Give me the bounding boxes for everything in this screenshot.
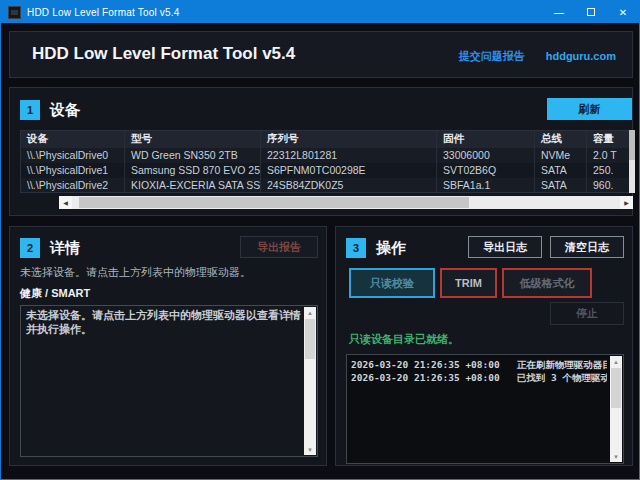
no-selection-text: 未选择设备。请点击上方列表中的物理驱动器。: [20, 265, 251, 280]
health-smart-label: 健康 / SMART: [20, 286, 90, 301]
cell-bus: SATA: [535, 178, 587, 193]
export-log-button[interactable]: 导出日志: [468, 236, 542, 258]
report-issue-link[interactable]: 提交问题报告: [459, 50, 525, 62]
scroll-up-icon[interactable]: ▲: [307, 307, 313, 318]
operations-title: 操作: [376, 239, 406, 258]
cell-model: WD Green SN350 2TB: [125, 148, 261, 163]
export-report-button[interactable]: 导出报告: [240, 236, 318, 258]
cell-model: Samsung SSD 870 EVO 250GB: [125, 163, 261, 178]
devices-step-badge: 1: [20, 100, 40, 120]
app-icon: [8, 6, 21, 19]
col-header-model: 型号: [125, 131, 261, 148]
cell-capacity: 2.0 T: [587, 148, 629, 163]
table-row[interactable]: \\.\PhysicalDrive1 Samsung SSD 870 EVO 2…: [21, 163, 629, 178]
log-line: 2026-03-20 21:26:35 +08:00 已找到 3 个物理驱动器。: [351, 371, 607, 384]
scroll-left-icon[interactable]: ◀: [59, 196, 72, 209]
table-row[interactable]: \\.\PhysicalDrive2 KIOXIA-EXCERIA SATA S…: [21, 178, 629, 193]
col-header-device: 设备: [21, 131, 125, 148]
smart-details-textarea[interactable]: 未选择设备。请点击上方列表中的物理驱动器以查看详情并执行操作。 ▲ ▼: [20, 305, 318, 457]
cell-bus: NVMe: [535, 148, 587, 163]
header-panel: HDD Low Level Format Tool v5.4 提交问题报告 hd…: [9, 31, 633, 78]
details-title: 详情: [50, 239, 80, 258]
cell-firmware: 33006000: [437, 148, 535, 163]
titlebar[interactable]: HDD Low Level Format Tool v5.4 — ✕: [1, 1, 639, 23]
cell-device: \\.\PhysicalDrive2: [21, 178, 125, 193]
details-step-badge: 2: [20, 238, 40, 258]
cell-firmware: SBFA1a.1: [437, 178, 535, 193]
col-header-serial: 序列号: [261, 131, 437, 148]
table-row[interactable]: \\.\PhysicalDrive0 WD Green SN350 2TB 22…: [21, 148, 629, 163]
table-horizontal-scrollbar[interactable]: ◀ ▶: [59, 196, 633, 209]
clear-log-button[interactable]: 清空日志: [550, 236, 624, 258]
col-header-firmware: 固件: [437, 131, 535, 148]
cell-device: \\.\PhysicalDrive1: [21, 163, 125, 178]
scroll-up-icon[interactable]: ▲: [613, 356, 619, 367]
table-header-row: 设备 型号 序列号 固件 总线 容量: [21, 131, 629, 148]
details-panel: 2 详情 导出报告 未选择设备。请点击上方列表中的物理驱动器。 健康 / SMA…: [9, 226, 327, 466]
minimize-button[interactable]: —: [543, 1, 575, 23]
stop-button[interactable]: 停止: [550, 302, 624, 325]
cell-bus: SATA: [535, 163, 587, 178]
log-vertical-scrollbar[interactable]: ▲ ▼: [610, 356, 622, 462]
scrollbar-thumb[interactable]: [629, 130, 635, 160]
col-header-bus: 总线: [535, 131, 587, 148]
devices-title: 设备: [50, 101, 80, 120]
maximize-icon: [587, 8, 595, 16]
table-vertical-scrollbar[interactable]: [629, 130, 635, 193]
titlebar-title: HDD Low Level Format Tool v5.4: [27, 7, 180, 18]
cell-device: \\.\PhysicalDrive0: [21, 148, 125, 163]
maximize-button[interactable]: [575, 1, 607, 23]
close-button[interactable]: ✕: [607, 1, 639, 23]
scrollbar-thumb[interactable]: [79, 197, 469, 208]
cell-serial: 24SB84ZDK0Z5: [261, 178, 437, 193]
cell-capacity: 960.: [587, 178, 629, 193]
devices-table: 设备 型号 序列号 固件 总线 容量 \\.\PhysicalDrive0 WD…: [20, 130, 629, 193]
operations-panel: 3 操作 导出日志 清空日志 只读校验 TRIM 低级格式化 停止 只读设备目录…: [335, 226, 633, 466]
scroll-down-icon[interactable]: ▼: [613, 451, 619, 462]
status-text: 只读设备目录已就绪。: [349, 332, 459, 347]
window-controls: — ✕: [543, 1, 639, 23]
hddguru-link[interactable]: hddguru.com: [546, 50, 616, 62]
log-textarea[interactable]: 2026-03-20 21:26:35 +08:00 正在刷新物理驱动器目录..…: [346, 354, 624, 464]
scroll-right-icon[interactable]: ▶: [620, 196, 633, 209]
header-links: 提交问题报告 hddguru.com: [459, 49, 616, 64]
cell-serial: S6PFNM0TC00298E: [261, 163, 437, 178]
cell-model: KIOXIA-EXCERIA SATA SSD: [125, 178, 261, 193]
scroll-down-icon[interactable]: ▼: [307, 444, 313, 455]
trim-button[interactable]: TRIM: [440, 268, 497, 298]
smart-details-text: 未选择设备。请点击上方列表中的物理驱动器以查看详情并执行操作。: [26, 309, 301, 335]
scrollbar-thumb[interactable]: [611, 368, 621, 408]
low-level-format-button[interactable]: 低级格式化: [502, 268, 592, 298]
details-vertical-scrollbar[interactable]: ▲ ▼: [304, 307, 316, 455]
app-window: HDD Low Level Format Tool v5.4 — ✕ HDD L…: [0, 0, 640, 480]
log-line: 2026-03-20 21:26:35 +08:00 正在刷新物理驱动器目录..…: [351, 358, 607, 371]
read-only-verify-button[interactable]: 只读校验: [349, 268, 435, 298]
page-title: HDD Low Level Format Tool v5.4: [32, 44, 295, 64]
cell-serial: 22312L801281: [261, 148, 437, 163]
scrollbar-thumb[interactable]: [305, 319, 315, 359]
cell-firmware: SVT02B6Q: [437, 163, 535, 178]
refresh-button[interactable]: 刷新: [547, 98, 632, 120]
cell-capacity: 250.: [587, 163, 629, 178]
col-header-capacity: 容量: [587, 131, 629, 148]
devices-panel: 1 设备 刷新 设备 型号 序列号 固件 总线 容量 \\.\PhysicalD…: [9, 87, 633, 216]
operations-step-badge: 3: [346, 238, 366, 258]
scrollbar-track[interactable]: [72, 196, 620, 209]
